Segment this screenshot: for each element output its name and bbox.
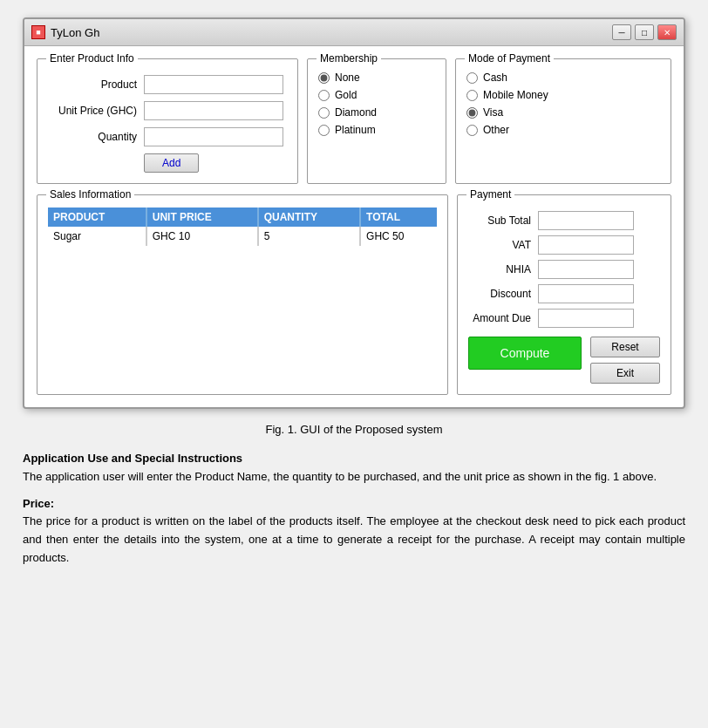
membership-platinum[interactable]: Platinum (318, 124, 435, 136)
discount-input[interactable] (538, 284, 634, 303)
payment-mode-title: Mode of Payment (465, 52, 554, 65)
vat-row: VAT (468, 235, 660, 255)
section1-text: The application user will enter the Prod… (23, 470, 657, 483)
payment-mode-options: Cash Mobile Money Visa Other (466, 68, 660, 136)
maximize-button[interactable]: □ (635, 24, 654, 40)
sales-info-title: Sales Information (46, 188, 134, 201)
section2-text: The price for a product is written on th… (23, 514, 685, 564)
col-quantity: QUANTITY (258, 208, 360, 227)
membership-group: Membership None Gold Diamond (307, 58, 446, 184)
col-product: PRODUCT (48, 208, 146, 227)
product-info-title: Enter Product Info (46, 52, 138, 65)
payment-cash-label: Cash (483, 71, 507, 84)
table-row: Sugar GHC 10 5 GHC 50 (48, 227, 437, 246)
title-bar: ■ TyLon Gh ─ □ ✕ (24, 19, 684, 46)
sub-total-label: Sub Total (468, 214, 538, 227)
payment-visa-radio[interactable] (466, 107, 478, 119)
unit-price-row: Unit Price (GHC) (48, 101, 287, 120)
app-icon: ■ (31, 25, 45, 39)
nhia-input[interactable] (538, 260, 634, 279)
membership-diamond-radio[interactable] (318, 107, 330, 119)
quantity-label: Quantity (48, 131, 144, 143)
sales-info-group: Sales Information PRODUCT UNIT PRICE QUA… (37, 194, 448, 395)
vat-input[interactable] (538, 235, 634, 255)
product-info-group: Enter Product Info Product Unit Price (G… (37, 58, 298, 184)
quantity-input[interactable] (144, 127, 283, 146)
reset-button[interactable]: Reset (590, 337, 660, 357)
sales-table-header: PRODUCT UNIT PRICE QUANTITY TOTAL (48, 208, 437, 227)
nhia-label: NHIA (468, 263, 538, 276)
payment-buttons-row: Compute Reset Exit (468, 337, 660, 384)
membership-options: None Gold Diamond Platinum (318, 68, 435, 136)
membership-gold-label: Gold (335, 89, 357, 101)
compute-button[interactable]: Compute (468, 337, 582, 370)
payment-visa[interactable]: Visa (466, 106, 660, 119)
payment-visa-label: Visa (483, 106, 503, 119)
title-bar-left: ■ TyLon Gh (31, 25, 99, 39)
membership-none-label: None (335, 71, 360, 84)
payment-group: Payment Sub Total VAT NHIA (457, 194, 671, 395)
section2: Price: The price for a product is writte… (23, 495, 685, 568)
right-buttons: Reset Exit (590, 337, 660, 384)
payment-other-radio[interactable] (466, 125, 478, 136)
cell-unit-price: GHC 10 (146, 227, 258, 246)
minimize-button[interactable]: ─ (612, 24, 631, 40)
payment-cash[interactable]: Cash (466, 71, 660, 84)
payment-other-label: Other (483, 124, 509, 136)
membership-none-radio[interactable] (318, 72, 330, 84)
membership-platinum-label: Platinum (335, 124, 376, 136)
top-section: Enter Product Info Product Unit Price (G… (37, 58, 671, 184)
main-window: ■ TyLon Gh ─ □ ✕ Enter Product Info Prod… (23, 17, 685, 409)
membership-none[interactable]: None (318, 71, 435, 84)
membership-title: Membership (317, 52, 381, 65)
sales-table: PRODUCT UNIT PRICE QUANTITY TOTAL Sugar … (48, 208, 437, 246)
amount-due-input[interactable] (538, 309, 634, 328)
cell-quantity: 5 (258, 227, 360, 246)
quantity-row: Quantity (48, 127, 287, 146)
cell-product: Sugar (48, 227, 146, 246)
col-unit-price: UNIT PRICE (146, 208, 258, 227)
close-button[interactable]: ✕ (657, 24, 677, 40)
product-input[interactable] (144, 75, 283, 94)
add-button[interactable]: Add (144, 153, 199, 173)
sub-total-input[interactable] (538, 211, 634, 230)
exit-button[interactable]: Exit (590, 363, 660, 384)
payment-mobile-money-label: Mobile Money (483, 89, 548, 101)
vat-label: VAT (468, 239, 538, 251)
figure-caption: Fig. 1. GUI of the Proposed system (17, 423, 691, 436)
section1: Application Use and Special Instructions… (23, 450, 685, 486)
membership-diamond-label: Diamond (335, 106, 377, 119)
payment-cash-radio[interactable] (466, 72, 478, 84)
unit-price-input[interactable] (144, 101, 283, 120)
window-body: Enter Product Info Product Unit Price (G… (24, 46, 684, 407)
cell-total: GHC 50 (360, 227, 437, 246)
discount-label: Discount (468, 288, 538, 300)
bottom-section: Sales Information PRODUCT UNIT PRICE QUA… (37, 194, 671, 395)
window-title: TyLon Gh (51, 26, 99, 39)
article: Application Use and Special Instructions… (23, 450, 685, 568)
membership-gold[interactable]: Gold (318, 89, 435, 101)
payment-mobile-money-radio[interactable] (466, 90, 478, 101)
sub-total-row: Sub Total (468, 211, 660, 230)
section2-title: Price: (23, 497, 54, 510)
unit-price-label: Unit Price (GHC) (48, 105, 144, 117)
product-label: Product (48, 78, 144, 91)
col-total: TOTAL (360, 208, 437, 227)
membership-platinum-radio[interactable] (318, 125, 330, 136)
membership-gold-radio[interactable] (318, 90, 330, 101)
section1-title: Application Use and Special Instructions (23, 452, 242, 465)
title-bar-controls: ─ □ ✕ (612, 24, 677, 40)
discount-row: Discount (468, 284, 660, 303)
nhia-row: NHIA (468, 260, 660, 279)
payment-other[interactable]: Other (466, 124, 660, 136)
payment-mobile-money[interactable]: Mobile Money (466, 89, 660, 101)
payment-mode-group: Mode of Payment Cash Mobile Money Visa (455, 58, 671, 184)
amount-due-label: Amount Due (468, 312, 538, 324)
product-row: Product (48, 75, 287, 94)
payment-title: Payment (466, 188, 514, 201)
membership-diamond[interactable]: Diamond (318, 106, 435, 119)
amount-due-row: Amount Due (468, 309, 660, 328)
sales-table-body: Sugar GHC 10 5 GHC 50 (48, 227, 437, 246)
